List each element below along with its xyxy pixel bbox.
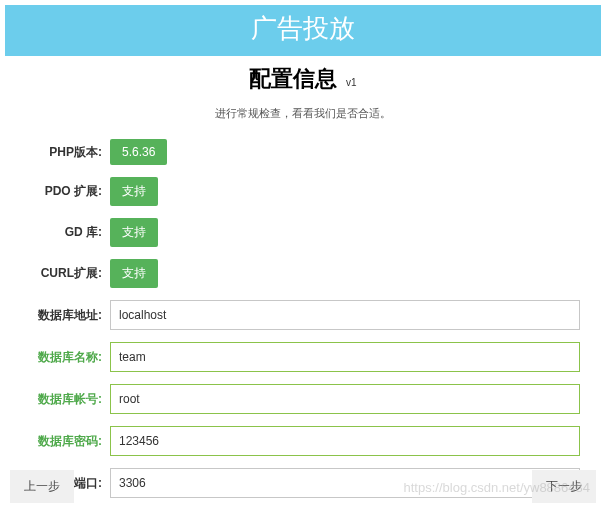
config-form: PHP版本: 5.6.36 PDO 扩展: 支持 GD 库: 支持 CURL扩展… xyxy=(0,139,606,498)
next-button[interactable]: 下一步 xyxy=(532,470,596,503)
field-row: 数据库帐号: xyxy=(10,384,596,414)
check-row: GD 库: 支持 xyxy=(10,218,596,247)
field-label-db-pass: 数据库密码: xyxy=(10,433,110,450)
field-label-db-user: 数据库帐号: xyxy=(10,391,110,408)
check-row: CURL扩展: 支持 xyxy=(10,259,596,288)
page-title: 配置信息 xyxy=(249,64,337,94)
field-row: 数据库名称: xyxy=(10,342,596,372)
check-label: GD 库: xyxy=(10,224,110,241)
db-user-input[interactable] xyxy=(110,384,580,414)
version-label: v1 xyxy=(346,77,357,88)
check-label: CURL扩展: xyxy=(10,265,110,282)
check-row: PDO 扩展: 支持 xyxy=(10,177,596,206)
nav-bar: 上一步 下一步 xyxy=(0,470,606,503)
db-pass-input[interactable] xyxy=(110,426,580,456)
check-badge: 支持 xyxy=(110,259,158,288)
field-row: 数据库地址: xyxy=(10,300,596,330)
check-badge: 支持 xyxy=(110,177,158,206)
check-badge: 支持 xyxy=(110,218,158,247)
field-row: 数据库密码: xyxy=(10,426,596,456)
db-host-input[interactable] xyxy=(110,300,580,330)
prev-button[interactable]: 上一步 xyxy=(10,470,74,503)
field-label-db-host: 数据库地址: xyxy=(10,307,110,324)
db-name-input[interactable] xyxy=(110,342,580,372)
check-label: PDO 扩展: xyxy=(10,183,110,200)
check-badge: 5.6.36 xyxy=(110,139,167,165)
field-label-db-name: 数据库名称: xyxy=(10,349,110,366)
check-label: PHP版本: xyxy=(10,144,110,161)
subtitle: 进行常规检查，看看我们是否合适。 xyxy=(0,106,606,121)
title-row: 配置信息 v1 xyxy=(0,64,606,94)
check-row: PHP版本: 5.6.36 xyxy=(10,139,596,165)
page-header: 广告投放 xyxy=(5,5,601,56)
